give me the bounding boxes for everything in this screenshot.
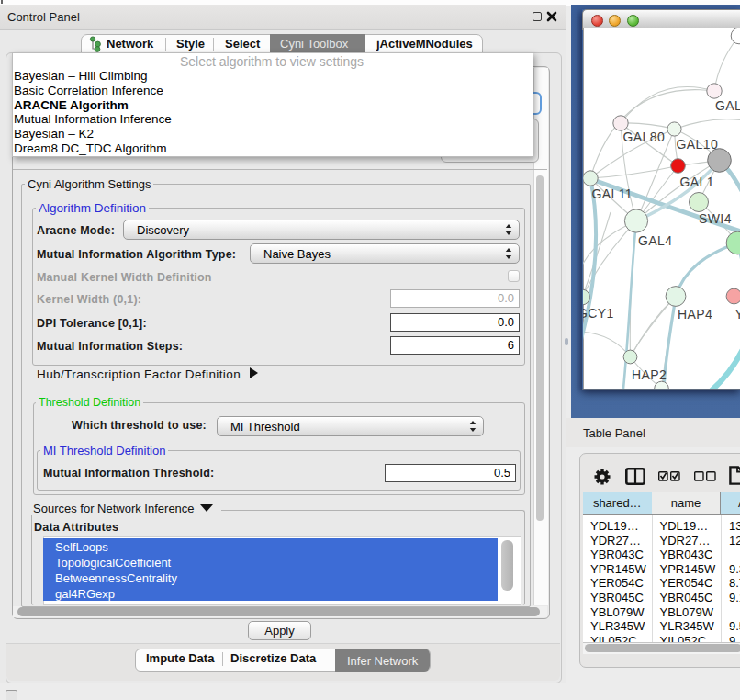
svg-text:GAL1: GAL1 [680, 175, 714, 189]
svg-text:GAL2: GAL2 [715, 98, 740, 113]
svg-text:YML051W: YML051W [735, 307, 740, 322]
svg-text:GCY1: GCY1 [583, 306, 614, 321]
svg-text:HAP4: HAP4 [678, 307, 712, 322]
svg-text:GAL11: GAL11 [592, 186, 633, 201]
svg-text:HAP2: HAP2 [632, 367, 667, 382]
svg-text:SWI4: SWI4 [699, 211, 732, 226]
svg-text:GAL4: GAL4 [638, 233, 672, 248]
svg-text:GAL80: GAL80 [623, 130, 666, 144]
svg-text:GAL10: GAL10 [677, 137, 719, 152]
